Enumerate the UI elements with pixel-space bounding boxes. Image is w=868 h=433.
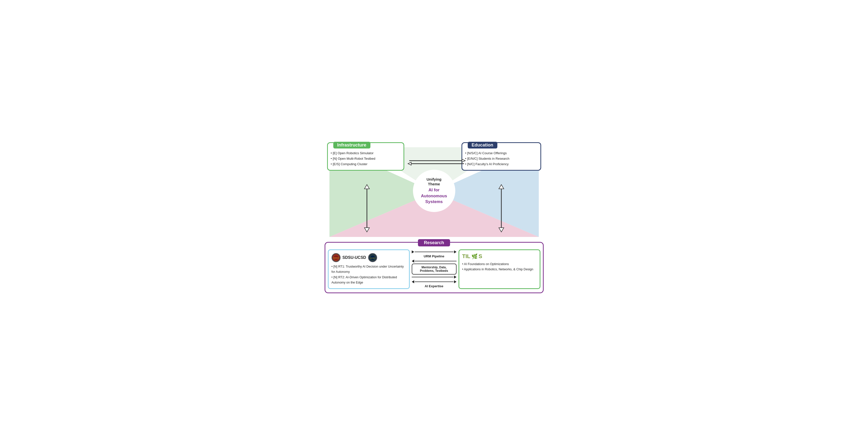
pipeline-area: URM Pipeline Mentorship, Data, Problems,…: [412, 250, 457, 289]
infrastructure-list: [E] Open Robotics Simulator [N] Open Mul…: [331, 150, 401, 167]
sdsu-header: SDSU SDSU-UCSD UCSD: [332, 253, 406, 262]
edu-item-2: [E/N/C] Students in Research: [465, 156, 537, 162]
sdsu-content: [N] RT1: Trustworthy AI Decision under U…: [332, 264, 406, 285]
diagram-container: Infrastructure [E] Open Robotics Simulat…: [322, 137, 546, 296]
sdsu-box: SDSU SDSU-UCSD UCSD [N] RT1: Trus: [328, 250, 410, 289]
tilos-t: TIL: [462, 253, 470, 260]
education-header: Education: [468, 142, 497, 148]
svg-text:SDSU: SDSU: [334, 257, 338, 259]
svg-marker-8: [462, 159, 465, 162]
right-arrow-svg: [495, 183, 507, 233]
svg-marker-15: [499, 228, 504, 232]
urm-arrowhead-left: [412, 250, 414, 253]
svg-text:UCSD: UCSD: [370, 257, 375, 259]
mentorship-line-left: [415, 261, 457, 261]
ucsd-logo: UCSD: [368, 253, 377, 262]
urm-pipeline-row: URM Pipeline: [412, 250, 457, 258]
tilos-box: TIL🌿S AI Foundations on Optimizations Ap…: [459, 250, 540, 289]
left-arrow-svg: [361, 183, 373, 233]
svg-marker-11: [365, 184, 369, 189]
expertise-line: [415, 282, 454, 282]
education-list: [N/S/C] AI Course Offerings [E/N/C] Stud…: [465, 150, 537, 167]
infra-item-3: [E/S] Computing Cluster: [331, 162, 401, 167]
mentorship-right-arrow: [412, 276, 457, 279]
horizontal-arrow-area: [404, 157, 469, 167]
mentorship-box: Mentorship, Data, Problems, Testbeds: [412, 264, 457, 275]
tilos-title: TIL🌿S: [462, 253, 537, 260]
tilos-item-2: Applications in Robotics, Networks, & Ch…: [462, 267, 537, 272]
research-header: Research: [418, 239, 450, 247]
education-box: Education [N/S/C] AI Course Offerings [E…: [462, 142, 541, 171]
left-arrowhead: [412, 260, 414, 263]
expertise-label: AI Expertise: [412, 284, 457, 288]
center-circle: UnifyingTheme AI forAutonomousSystems: [413, 170, 455, 212]
mentorship-left-arrow: [412, 260, 457, 263]
sdsu-title: SDSU-UCSD: [343, 255, 366, 260]
infrastructure-box: Infrastructure [E] Open Robotics Simulat…: [327, 142, 404, 171]
urm-label: URM Pipeline: [412, 254, 457, 258]
right-vertical-arrow: [495, 183, 507, 234]
expertise-arrowhead-right: [454, 280, 457, 283]
unifying-theme-text: UnifyingTheme: [427, 177, 442, 186]
svg-marker-9: [408, 162, 411, 165]
mentorship-row: Mentorship, Data, Problems, Testbeds: [412, 260, 457, 279]
research-header-wrap: Research: [326, 239, 543, 247]
right-arrowhead: [454, 276, 457, 279]
left-vertical-arrow: [361, 183, 373, 234]
expertise-arrow: [412, 280, 457, 283]
expertise-row: AI Expertise: [412, 280, 457, 288]
sdsu-logo: SDSU: [332, 253, 341, 262]
mentorship-line-right: [412, 277, 454, 277]
education-content: [N/S/C] AI Course Offerings [E/N/C] Stud…: [465, 150, 537, 167]
infrastructure-header: Infrastructure: [333, 142, 370, 148]
infra-item-1: [E] Open Robotics Simulator: [331, 150, 401, 156]
urm-arrow: [412, 250, 457, 253]
svg-marker-14: [499, 184, 504, 189]
triangle-area: Infrastructure [E] Open Robotics Simulat…: [324, 140, 544, 244]
mentorship-label: Mentorship, Data, Problems, Testbeds: [420, 266, 448, 272]
tilos-content: AI Foundations on Optimizations Applicat…: [462, 262, 537, 272]
ai-autonomous-text: AI forAutonomousSystems: [421, 187, 447, 205]
tilos-item-1: AI Foundations on Optimizations: [462, 262, 537, 267]
sdsu-list: [N] RT1: Trustworthy AI Decision under U…: [332, 264, 406, 285]
sdsu-item-1: [N] RT1: Trustworthy AI Decision under U…: [332, 264, 406, 275]
bottom-inner: SDSU SDSU-UCSD UCSD [N] RT1: Trus: [326, 250, 543, 289]
urm-line: [415, 252, 454, 252]
svg-marker-12: [365, 228, 369, 232]
tilos-s: S: [479, 253, 483, 260]
horizontal-double-arrow: [404, 157, 469, 167]
edu-item-1: [N/S/C] AI Course Offerings: [465, 150, 537, 156]
edu-item-3: [N/C] Faculty's AI Proficiency: [465, 162, 537, 167]
expertise-arrowhead-left: [412, 280, 414, 283]
tilos-leaf-icon: 🌿: [471, 253, 478, 259]
infra-item-2: [N] Open Multi-Robot Testbed: [331, 156, 401, 162]
urm-arrowhead-right: [454, 250, 457, 253]
research-section: Research SDSU SDSU-UCSD: [324, 242, 544, 293]
infrastructure-content: [E] Open Robotics Simulator [N] Open Mul…: [331, 150, 401, 167]
sdsu-item-2: [N] RT2: AI-Driven Optimization for Dist…: [332, 275, 406, 286]
tilos-list: AI Foundations on Optimizations Applicat…: [462, 262, 537, 272]
